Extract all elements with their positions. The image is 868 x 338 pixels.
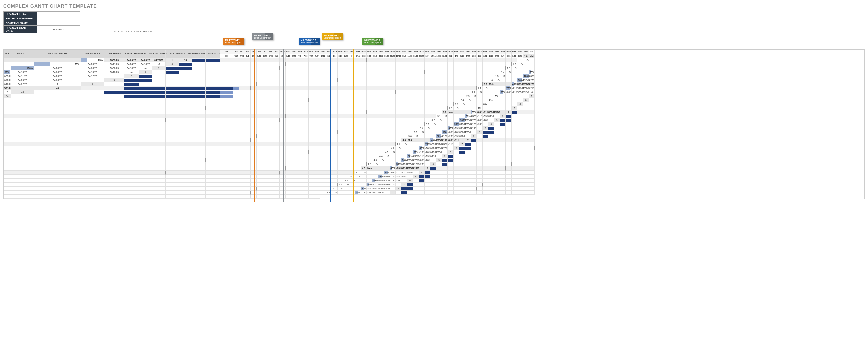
sched-finish-cell[interactable]: 06/21/23	[523, 83, 529, 86]
actual-finish-cell[interactable]	[506, 102, 512, 106]
task-title-cell[interactable]: Main Task 3	[448, 111, 453, 115]
actual-start-cell[interactable]: 04/03/23	[465, 126, 471, 130]
actual-start-cell[interactable]: 04/13/23	[390, 179, 396, 183]
task-owner-cell[interactable]	[448, 122, 453, 126]
task-desc-cell[interactable]	[459, 106, 465, 111]
dependencies-cell[interactable]	[355, 183, 361, 186]
actual-finish-cell[interactable]: 06/21/23	[529, 86, 535, 90]
actual-start-cell[interactable]: 04/09/23	[11, 79, 34, 83]
pct-complete-cell[interactable]: 50%	[367, 183, 372, 186]
actual-start-cell[interactable]: 04/18/23	[4, 83, 11, 86]
dependencies-cell[interactable]	[419, 139, 425, 143]
wbs-cell[interactable]: 2.0	[483, 83, 488, 86]
task-desc-cell[interactable]	[390, 154, 396, 158]
duration-cell[interactable]: 7	[425, 166, 430, 171]
task-desc-cell[interactable]	[367, 171, 372, 175]
task-title-cell[interactable]: Sub Task 4	[506, 70, 512, 74]
task-desc-cell[interactable]	[500, 79, 506, 83]
sched-start-cell[interactable]: 04/03/23	[396, 166, 401, 171]
task-title-cell[interactable]: Sub Task 3	[349, 179, 355, 183]
sched-finish-cell[interactable]	[494, 102, 500, 106]
actual-start-cell[interactable]: 04/03/23	[384, 183, 390, 186]
dependencies-cell[interactable]	[378, 166, 384, 171]
actual-start-cell[interactable]: 04/03/23	[442, 143, 448, 147]
pct-complete-cell[interactable]: 0%	[477, 106, 483, 111]
dependencies-cell[interactable]	[425, 134, 430, 139]
wbs-cell[interactable]: 4.3	[343, 179, 349, 183]
sched-start-cell[interactable]: 04/03/23	[436, 139, 442, 143]
task-title-cell[interactable]: Main Task 4	[367, 166, 372, 171]
sched-finish-cell[interactable]: 04/20/23	[124, 58, 139, 62]
task-title-cell[interactable]: Sub Task 2	[396, 147, 401, 151]
task-desc-cell[interactable]	[361, 175, 367, 179]
sched-start-cell[interactable]: 04/13/23	[361, 190, 367, 194]
duration-cell[interactable]: 6	[448, 151, 453, 154]
sched-finish-cell[interactable]: 04/20/23	[529, 79, 535, 83]
task-owner-cell[interactable]	[390, 162, 396, 166]
sched-finish-cell[interactable]: 04/20/23	[471, 118, 477, 122]
pct-complete-cell[interactable]: 50%	[372, 179, 378, 183]
task-desc-cell[interactable]	[396, 151, 401, 154]
duration-cell[interactable]: 6	[471, 134, 477, 139]
actual-finish-cell[interactable]: 04/20/23	[419, 162, 425, 166]
dependencies-cell[interactable]	[518, 70, 523, 74]
sched-finish-cell[interactable]: 04/20/23	[4, 79, 11, 83]
sched-start-cell[interactable]: 04/13/23	[442, 134, 448, 139]
actual-finish-cell[interactable]: 04/11/23	[471, 126, 477, 130]
task-title-cell[interactable]: Sub Task 4	[384, 154, 390, 158]
dependencies-cell[interactable]	[430, 130, 436, 134]
sched-finish-cell[interactable]: 04/11/23	[436, 143, 442, 147]
sched-start-cell[interactable]: 04/13/23	[401, 162, 407, 166]
actual-start-cell[interactable]: 04/03/23	[483, 115, 488, 118]
pct-complete-cell[interactable]: 70%	[506, 86, 512, 90]
wbs-cell[interactable]: 1.1	[518, 58, 523, 62]
task-title-cell[interactable]: Sub Task 3	[471, 94, 477, 98]
sched-finish-cell[interactable]: 04/20/23	[81, 66, 104, 70]
sched-start-cell[interactable]: 05/05/23	[506, 90, 512, 94]
actual-finish-cell[interactable]: 06/21/23	[4, 86, 11, 90]
task-owner-cell[interactable]	[454, 118, 459, 122]
sched-start-cell[interactable]	[494, 98, 500, 102]
sched-start-cell[interactable]: 04/03/23	[4, 74, 11, 79]
wbs-cell[interactable]: 3.6	[407, 134, 413, 139]
task-desc-cell[interactable]	[4, 58, 11, 62]
actual-finish-cell[interactable]: 04/18/23	[124, 66, 139, 70]
task-desc-cell[interactable]	[512, 70, 518, 74]
actual-finish-cell[interactable]: 04/11/23	[488, 115, 494, 118]
sched-start-cell[interactable]: 04/03/23	[413, 154, 418, 158]
actual-start-cell[interactable]	[512, 94, 518, 98]
actual-start-cell[interactable]: 04/13/23	[471, 122, 477, 126]
actual-finish-cell[interactable]: 04/20/23	[34, 79, 81, 83]
wbs-cell[interactable]: 1.0	[523, 54, 529, 58]
sched-start-cell[interactable]: 04/03/23	[372, 183, 378, 186]
task-title-cell[interactable]: Main Task 2	[488, 83, 494, 86]
task-owner-cell[interactable]	[500, 86, 506, 90]
duration-cell[interactable]: 7	[442, 154, 448, 158]
task-owner-cell[interactable]	[494, 90, 500, 94]
actual-finish-cell[interactable]: 04/20/23	[477, 122, 483, 126]
pct-complete-cell[interactable]: 100%	[459, 118, 465, 122]
sched-finish-cell[interactable]: 04/11/23	[442, 139, 448, 143]
actual-finish-cell[interactable]	[500, 106, 506, 111]
task-title-cell[interactable]: Sub Task 5	[459, 102, 465, 106]
duration-cell[interactable]: 6	[488, 122, 494, 126]
task-owner-cell[interactable]	[518, 74, 523, 79]
wbs-cell[interactable]: 4.6	[326, 190, 332, 194]
task-desc-cell[interactable]	[349, 183, 355, 186]
actual-finish-cell[interactable]: 04/12/23	[81, 74, 104, 79]
dependencies-cell[interactable]	[448, 118, 453, 122]
sched-finish-cell[interactable]: 06/21/23	[512, 90, 518, 94]
duration-cell[interactable]: 43	[34, 86, 81, 90]
dependencies-cell[interactable]	[4, 62, 11, 66]
sched-finish-cell[interactable]: 04/11/23	[396, 171, 401, 175]
actual-finish-cell[interactable]: 04/22/23	[152, 58, 166, 62]
pct-complete-cell[interactable]: 60%	[419, 147, 425, 151]
wbs-cell[interactable]: 4.4	[378, 154, 384, 158]
actual-finish-cell[interactable]: 04/20/23	[465, 130, 471, 134]
task-desc-cell[interactable]	[477, 94, 483, 98]
sched-start-cell[interactable]: 04/08/23	[448, 130, 453, 134]
task-title-cell[interactable]: Sub Task 3	[390, 151, 396, 154]
actual-start-cell[interactable]: 04/03/23	[139, 58, 152, 62]
sched-finish-cell[interactable]	[500, 98, 506, 102]
actual-finish-cell[interactable]: 04/11/23	[407, 171, 413, 175]
